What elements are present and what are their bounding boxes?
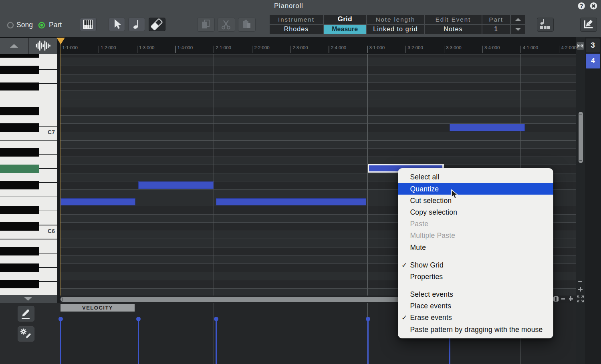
svg-text:?: ? [580,3,583,9]
